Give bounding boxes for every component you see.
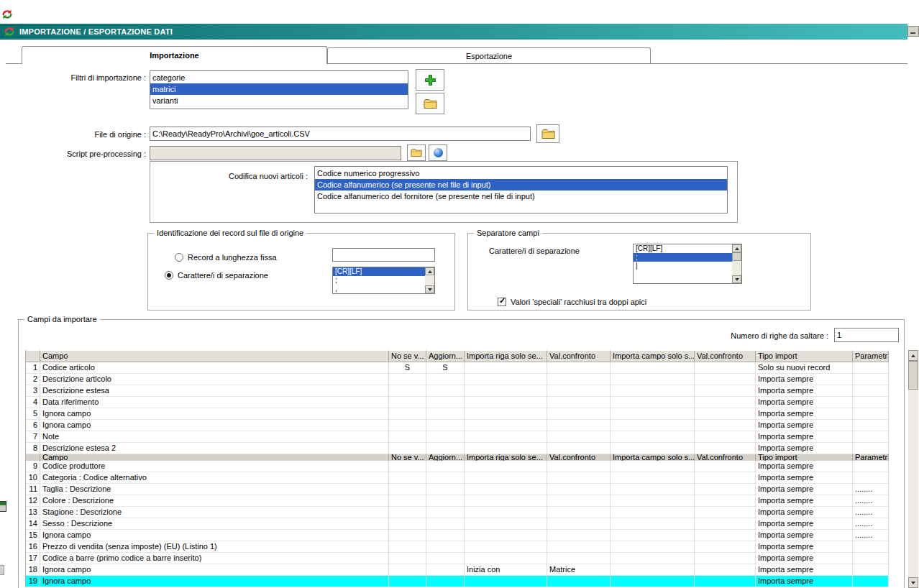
table-cell[interactable] xyxy=(611,385,695,397)
table-cell[interactable]: Descrizione articolo xyxy=(40,374,389,385)
script-info-button[interactable] xyxy=(429,144,447,161)
table-cell[interactable] xyxy=(611,553,695,564)
record-separator-listbox[interactable]: [CR][LF];, xyxy=(332,267,435,294)
table-cell[interactable] xyxy=(465,397,547,408)
table-cell[interactable] xyxy=(389,484,426,495)
table-cell[interactable] xyxy=(547,443,611,454)
table-cell[interactable] xyxy=(426,518,465,530)
scroll-up-button[interactable] xyxy=(732,244,741,252)
table-cell[interactable] xyxy=(611,362,695,374)
browse-file-button[interactable] xyxy=(536,124,559,143)
table-cell[interactable]: 13 xyxy=(26,507,40,518)
table-cell[interactable]: 15 xyxy=(26,530,40,541)
table-cell[interactable]: Importa sempre xyxy=(756,397,853,408)
table-cell[interactable] xyxy=(611,541,695,553)
skip-rows-input[interactable] xyxy=(834,328,899,342)
table-cell[interactable] xyxy=(547,541,611,553)
fixed-length-radio[interactable] xyxy=(175,253,183,262)
table-cell[interactable] xyxy=(465,576,547,587)
table-cell[interactable] xyxy=(853,541,889,553)
table-cell[interactable]: 4 xyxy=(26,397,40,408)
tab-importazione[interactable]: Importazione xyxy=(22,46,327,64)
table-cell[interactable] xyxy=(465,530,547,541)
table-cell[interactable] xyxy=(547,397,611,408)
table-cell[interactable] xyxy=(389,495,426,507)
table-cell[interactable] xyxy=(611,461,695,472)
table-cell[interactable] xyxy=(547,461,611,472)
table-cell[interactable]: Importa sempre xyxy=(756,507,853,518)
table-cell[interactable]: 12 xyxy=(26,495,40,507)
table-cell[interactable] xyxy=(695,507,756,518)
table-cell[interactable] xyxy=(853,461,889,472)
table-cell[interactable]: Importa sempre xyxy=(756,443,853,454)
table-cell[interactable]: Importa sempre xyxy=(756,408,853,420)
table-cell[interactable] xyxy=(547,431,611,443)
table-cell[interactable] xyxy=(853,385,889,397)
fixed-length-input[interactable] xyxy=(332,248,435,262)
table-cell[interactable]: Ignora campo xyxy=(40,408,389,420)
table-cell[interactable] xyxy=(465,420,547,431)
window-titlebar[interactable]: IMPORTAZIONE / ESPORTAZIONE DATI xyxy=(0,24,907,40)
table-cell[interactable] xyxy=(426,553,465,564)
column-header[interactable]: Parametri xyxy=(853,454,889,461)
table-cell[interactable]: Codice articolo xyxy=(40,362,389,374)
table-cell[interactable] xyxy=(695,530,756,541)
table-cell[interactable]: 11 xyxy=(26,484,40,495)
table-cell[interactable] xyxy=(547,576,611,587)
table-cell[interactable]: 19 xyxy=(26,576,40,587)
table-cell[interactable] xyxy=(389,397,426,408)
column-header[interactable]: Aggiorn... xyxy=(426,350,465,362)
table-cell[interactable]: Importa sempre xyxy=(756,385,853,397)
table-cell[interactable]: 14 xyxy=(26,518,40,530)
column-header[interactable]: Tipo import xyxy=(756,454,853,461)
column-header[interactable]: Importa campo solo s... xyxy=(611,350,695,362)
table-row[interactable]: 15Ignora campoImporta sempre........ xyxy=(26,530,889,541)
table-cell[interactable] xyxy=(465,553,547,564)
table-cell[interactable] xyxy=(465,362,547,374)
table-cell[interactable] xyxy=(426,461,465,472)
table-cell[interactable] xyxy=(695,431,756,443)
table-cell[interactable] xyxy=(695,564,756,576)
table-cell[interactable] xyxy=(465,541,547,553)
column-header[interactable]: Importa riga solo se... xyxy=(465,350,547,362)
scroll-track[interactable] xyxy=(908,390,918,577)
table-row[interactable]: 13Stagione : DescrizioneImporta sempre..… xyxy=(26,507,889,518)
table-cell[interactable] xyxy=(611,431,695,443)
table-cell[interactable] xyxy=(389,431,426,443)
table-cell[interactable] xyxy=(389,443,426,454)
list-option[interactable]: Codice alfanumerico del fornitore (se pr… xyxy=(315,190,727,202)
import-filters-listbox[interactable]: categoriematricivarianti xyxy=(150,70,408,109)
table-cell[interactable]: ........ xyxy=(853,530,889,541)
table-cell[interactable] xyxy=(389,472,426,484)
list-option[interactable]: categorie xyxy=(150,72,408,83)
table-cell[interactable] xyxy=(426,397,465,408)
table-cell[interactable] xyxy=(465,443,547,454)
table-cell[interactable] xyxy=(465,507,547,518)
list-option[interactable]: [CR][LF] xyxy=(634,244,732,253)
table-cell[interactable]: Note xyxy=(40,431,389,443)
table-cell[interactable] xyxy=(611,518,695,530)
table-cell[interactable] xyxy=(547,553,611,564)
table-cell[interactable] xyxy=(853,408,889,420)
table-cell[interactable]: Stagione : Descrizione xyxy=(40,507,389,518)
table-cell[interactable] xyxy=(853,564,889,576)
table-cell[interactable]: Importa sempre xyxy=(756,374,853,385)
table-row[interactable]: 3Descrizione estesaImporta sempre xyxy=(26,385,889,397)
list-option[interactable]: , xyxy=(333,285,425,293)
table-cell[interactable]: Importa sempre xyxy=(756,553,853,564)
table-vertical-scrollbar[interactable] xyxy=(908,350,918,588)
tab-esportazione[interactable]: Esportazione xyxy=(327,47,651,63)
table-cell[interactable]: Importa sempre xyxy=(756,530,853,541)
table-cell[interactable] xyxy=(426,507,465,518)
table-cell[interactable] xyxy=(389,576,426,587)
table-cell[interactable] xyxy=(853,362,889,374)
table-cell[interactable] xyxy=(465,484,547,495)
column-header[interactable]: Val.confronto xyxy=(695,350,756,362)
field-separator-listbox[interactable]: [CR][LF];| xyxy=(633,244,742,284)
table-row[interactable]: 19Ignora campoImporta sempre xyxy=(26,576,889,587)
table-cell[interactable] xyxy=(465,385,547,397)
table-cell[interactable] xyxy=(426,431,465,443)
list-option[interactable]: ; xyxy=(634,253,732,262)
table-cell[interactable] xyxy=(695,443,756,454)
table-cell[interactable] xyxy=(389,408,426,420)
